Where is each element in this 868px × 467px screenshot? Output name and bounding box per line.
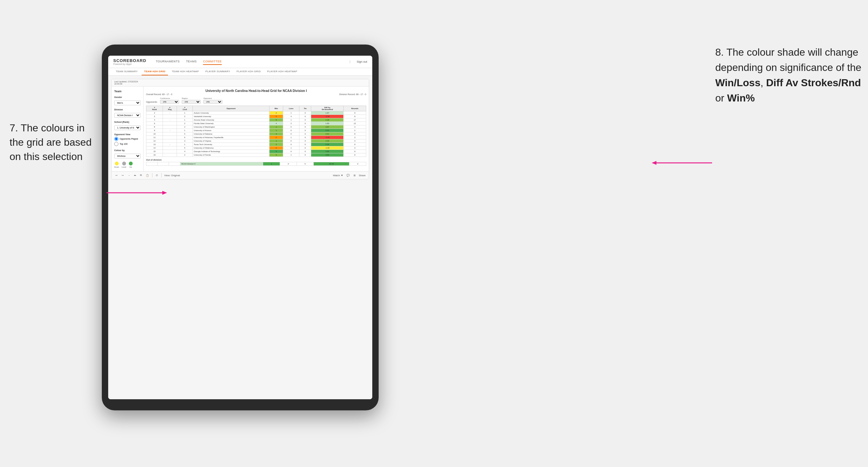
table-row: 8 2 University of Washington 1 0 0 3.67 …	[146, 125, 366, 129]
table-row: 16 2 University of Florida 3 1 0 4.62 9	[146, 153, 366, 157]
opponent-view-label: Opponent View	[114, 133, 141, 135]
cell-conf: 5	[177, 146, 193, 150]
forward-button[interactable]: →	[127, 174, 131, 178]
cell-tie: 0	[299, 150, 311, 153]
filter-opponent-group: Opponent (All)	[203, 97, 222, 104]
th-rank: #Rank	[146, 106, 163, 111]
th-conf: #Conf	[177, 106, 193, 111]
cell-reg: -	[163, 118, 177, 122]
cell-reg	[163, 150, 177, 153]
annotation-right-text: 8. The colour shade will change dependin…	[715, 46, 861, 104]
cell-opponent: University of Florida	[193, 153, 270, 157]
filter-region-select[interactable]: (All)	[182, 100, 201, 104]
gender-select[interactable]: Men's	[114, 100, 141, 105]
filter-region-group: Region (All)	[182, 97, 201, 104]
table-row: 14 5 University of Oklahoma 0 1 0 -1.00 …	[146, 146, 366, 150]
cell-rounds: 9	[344, 143, 366, 146]
filter-conference-label: Conference	[160, 97, 179, 99]
nav-committee[interactable]: COMMITTEE	[203, 59, 222, 65]
cell-diff: 4.50	[311, 150, 344, 153]
cell-loss: 1	[283, 146, 300, 150]
school-select[interactable]: 1. University of Nort...	[114, 125, 141, 130]
colour-by-label: Colour by	[114, 149, 141, 151]
subnav-player-h2h-heatmap[interactable]: PLAYER H2H HEATMAP	[265, 68, 300, 75]
legend-level-dot	[122, 162, 126, 165]
filter-conference-select[interactable]: (All)	[160, 100, 179, 104]
grid-button[interactable]: ⊞	[353, 174, 356, 178]
division-select[interactable]: NCAA Division I	[114, 113, 141, 118]
opponent-view-section: Opponent View Opponents Played Top 100	[114, 133, 141, 146]
gender-section: Gender Men's	[114, 96, 141, 105]
subnav-team-summary[interactable]: TEAM SUMMARY	[113, 68, 140, 75]
view-original[interactable]: View: Original	[164, 174, 180, 177]
nav-teams[interactable]: TEAMS	[186, 59, 197, 65]
cell-reg	[163, 136, 177, 139]
cell-loss: 1	[283, 111, 300, 115]
colour-by-select[interactable]: Win/loss	[114, 154, 141, 158]
table-row: 12 3 University of Virginia 1 0 0 2.33 3	[146, 139, 366, 143]
cell-loss: 0	[283, 139, 300, 143]
cell-rank: 9	[146, 129, 163, 132]
filter-opponent-select[interactable]: (All)	[203, 100, 222, 104]
cell-tie: 0	[299, 153, 311, 157]
division-section: Division NCAA Division I	[114, 108, 141, 118]
cell-rank: 15	[146, 150, 163, 153]
arrow-right-indicator	[648, 160, 712, 166]
cell-rank: 13	[146, 143, 163, 146]
cell-reg: -	[163, 111, 177, 115]
subnav-team-h2h-grid[interactable]: TEAM H2H GRID	[142, 68, 168, 75]
cell-rounds: 9	[344, 150, 366, 153]
undo-button[interactable]: ↩	[115, 174, 118, 178]
main-content: Last Updated: 27/03/2024 16:55:38 Team G…	[108, 76, 372, 399]
sub-nav: TEAM SUMMARY TEAM H2H GRID TEAM H2H HEAT…	[108, 68, 372, 76]
cell-rounds: 17	[344, 118, 366, 122]
cell-rank: 2	[146, 111, 163, 115]
th-win: Win	[270, 106, 283, 111]
radio-top100[interactable]: Top 100	[114, 142, 141, 146]
cell-opponent: Auburn University	[193, 111, 270, 115]
cell-opponent: Vanderbilt University	[193, 115, 270, 118]
school-label: School (Rank)	[114, 121, 141, 123]
cell-loss: 4	[283, 115, 300, 118]
cell-rounds: 9	[344, 153, 366, 157]
share-button[interactable]: Share	[359, 174, 366, 177]
cell-rounds: 3	[344, 125, 366, 129]
watch-button[interactable]: Watch ▼	[333, 174, 343, 177]
cell-opponent: University of Washington	[193, 125, 270, 129]
table-header-row: #Rank #Reg #Conf Opponent Win Loss Tie D…	[146, 106, 366, 111]
out-of-division: Out of division NCAA Division II 1	[146, 159, 366, 166]
annotation-left: 7. The colours in the grid are based on …	[9, 121, 99, 163]
legend-up-dot	[129, 162, 133, 165]
paste-button[interactable]: 📋	[145, 174, 150, 178]
nav-tournaments[interactable]: TOURNAMENTS	[156, 59, 180, 65]
cell-win: 2	[270, 111, 283, 115]
grid-records: Overall Record: 89 - 17 - 0 Division Rec…	[146, 93, 366, 95]
subnav-team-h2h-heatmap[interactable]: TEAM H2H HEATMAP	[169, 68, 202, 75]
th-loss: Loss	[283, 106, 300, 111]
cell-reg	[163, 139, 177, 143]
subnav-player-h2h-grid[interactable]: PLAYER H2H GRID	[234, 68, 264, 75]
cell-diff: 3.67	[311, 125, 344, 129]
comment-button[interactable]: 💬	[346, 174, 350, 178]
legend-down-dot	[115, 162, 119, 165]
out-div-name: NCAA Division II	[180, 162, 263, 166]
table-row: 6 2 Florida State University 4 2 0 1.83 …	[146, 122, 366, 125]
cell-rounds: 3	[344, 136, 366, 139]
table-row: 9 - 1 University of Arizona 1 0 0 9.00 2	[146, 129, 366, 132]
copy-button[interactable]: ⧉	[140, 173, 143, 178]
table-row: 3 2 Vanderbilt University 0 4 0 -2.29 8	[146, 115, 366, 118]
cell-win: 4	[270, 122, 283, 125]
clock-button[interactable]: ⏱	[155, 174, 159, 178]
redo-button[interactable]: ↪	[121, 174, 124, 178]
cell-conf: 1	[177, 118, 193, 122]
subnav-player-summary[interactable]: PLAYER SUMMARY	[203, 68, 232, 75]
back-button[interactable]: ⬅	[133, 174, 137, 178]
out-div-tie: 0	[297, 162, 314, 166]
cell-win: 5	[270, 150, 283, 153]
cell-loss: 0	[283, 143, 300, 146]
sign-out-button[interactable]: Sign out	[357, 60, 367, 63]
cell-rank: 3	[146, 115, 163, 118]
radio-opponents-played[interactable]: Opponents Played	[114, 137, 141, 141]
cell-opponent: University of Virginia	[193, 139, 270, 143]
annotation-right: 8. The colour shade will change dependin…	[715, 44, 862, 105]
